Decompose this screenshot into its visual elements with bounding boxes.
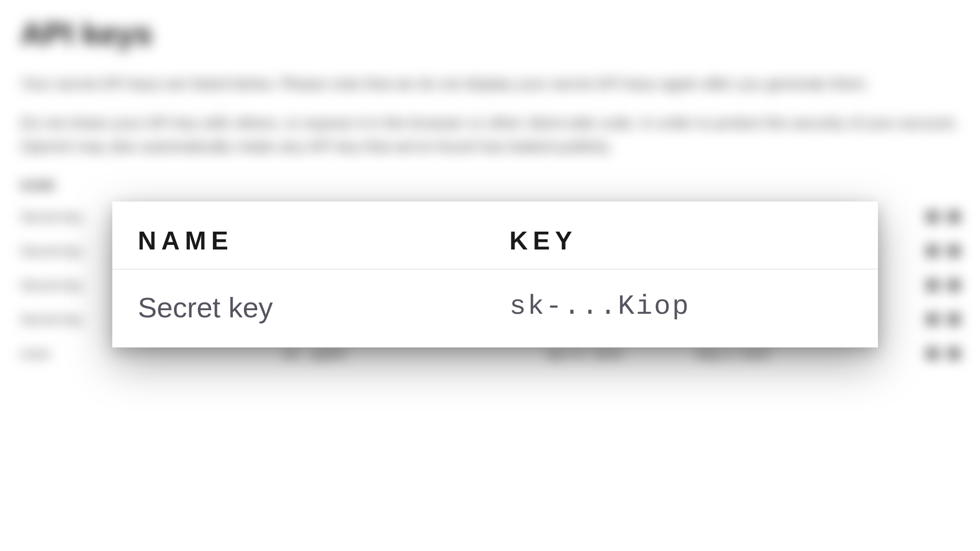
- row-created: Apr 27, 2023: [546, 346, 696, 362]
- edit-icon[interactable]: [927, 348, 938, 359]
- delete-icon[interactable]: [948, 245, 960, 257]
- intro-paragraph-2: Do not share your API key with others, o…: [20, 111, 960, 159]
- delete-icon[interactable]: [948, 348, 960, 359]
- edit-icon[interactable]: [927, 211, 938, 222]
- row-name: none: [20, 346, 283, 362]
- card-key-name: Secret key: [138, 291, 509, 324]
- card-header-key: KEY: [509, 226, 852, 256]
- table-header-name: NAME: [20, 179, 960, 200]
- delete-icon[interactable]: [948, 211, 960, 222]
- intro-paragraph-1: Your secret API keys are listed below. P…: [20, 72, 960, 96]
- api-key-highlight-card: NAME KEY Secret key sk-...Kiop: [112, 202, 878, 347]
- row-lastused: May 2, 2023: [697, 346, 847, 362]
- delete-icon[interactable]: [948, 280, 960, 291]
- row-actions: [847, 348, 960, 359]
- delete-icon[interactable]: [948, 314, 960, 325]
- row-key: sk-...qpM4: [283, 346, 546, 362]
- page-title: API keys: [20, 15, 960, 52]
- card-header: NAME KEY: [112, 202, 878, 269]
- card-row: Secret key sk-...Kiop: [112, 269, 878, 347]
- edit-icon[interactable]: [927, 314, 938, 325]
- card-key-value: sk-...Kiop: [509, 291, 852, 324]
- edit-icon[interactable]: [927, 245, 938, 257]
- edit-icon[interactable]: [927, 280, 938, 291]
- card-header-name: NAME: [138, 226, 509, 256]
